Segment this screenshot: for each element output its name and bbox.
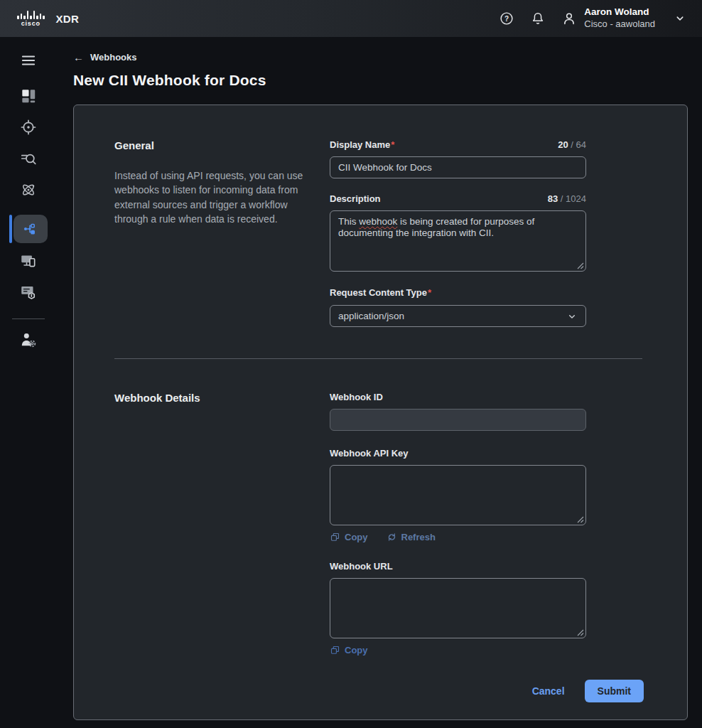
breadcrumb-label: Webhooks <box>90 52 137 63</box>
back-arrow-icon: ← <box>73 51 84 63</box>
admin-icon[interactable] <box>19 331 38 349</box>
investigate-icon[interactable] <box>19 149 38 168</box>
target-icon[interactable] <box>19 118 38 136</box>
content-type-select[interactable]: application/json <box>330 305 586 327</box>
general-heading: General <box>114 139 330 151</box>
cisco-logo-text: cisco <box>21 20 40 27</box>
user-avatar-icon <box>561 11 577 26</box>
general-description: Instead of using API requests, you can u… <box>114 168 330 226</box>
resize-handle-icon[interactable] <box>577 516 584 523</box>
product-name: XDR <box>56 13 80 25</box>
help-icon[interactable]: ? <box>499 11 514 26</box>
intelligence-icon[interactable] <box>19 181 38 199</box>
details-fields: Webhook ID Webhook API Key Copy <box>330 392 586 655</box>
webhook-id-label: Webhook ID <box>330 392 383 402</box>
sidebar-divider <box>12 318 45 319</box>
svg-text:?: ? <box>504 15 509 23</box>
required-asterisk: * <box>428 287 431 298</box>
description-counter: 83 / 1024 <box>548 193 586 204</box>
copy-icon <box>330 532 340 542</box>
content-type-label: Request Content Type* <box>330 287 431 298</box>
description-label: Description <box>330 193 381 204</box>
cisco-logo-bars <box>17 11 45 19</box>
webhook-form-card: General Instead of using API requests, y… <box>73 105 688 720</box>
form-footer: Cancel Submit <box>114 680 687 707</box>
user-menu[interactable]: Aaron Woland Cisco - aawoland <box>561 6 655 30</box>
devices-icon[interactable] <box>19 252 38 270</box>
display-name-input[interactable] <box>330 156 586 178</box>
copy-icon <box>330 645 340 655</box>
dashboard-icon[interactable] <box>19 87 38 105</box>
select-chevron-down-icon <box>566 311 578 322</box>
client-management-icon[interactable] <box>19 283 38 301</box>
url-copy-button[interactable]: Copy <box>330 645 368 655</box>
general-section-info: General Instead of using API requests, y… <box>114 139 330 327</box>
api-key-refresh-button[interactable]: Refresh <box>387 532 436 542</box>
general-fields: Display Name* 20 / 64 Description 83 / 1… <box>330 139 586 327</box>
menu-icon[interactable] <box>19 51 38 70</box>
display-name-counter: 20 / 64 <box>558 139 586 150</box>
webhook-api-key-label: Webhook API Key <box>330 448 409 459</box>
details-section-info: Webhook Details <box>114 392 330 655</box>
section-divider <box>114 358 642 359</box>
notifications-bell-icon[interactable] <box>530 11 546 26</box>
webhook-url-label: Webhook URL <box>330 561 393 572</box>
main-content: ← Webhooks New CII Webhook for Docs Gene… <box>57 37 702 728</box>
webhook-api-key-textarea[interactable] <box>330 465 586 525</box>
left-nav-sidebar <box>0 37 57 728</box>
api-key-copy-button[interactable]: Copy <box>330 532 368 542</box>
page-title: New CII Webhook for Docs <box>73 72 688 89</box>
cancel-button[interactable]: Cancel <box>532 685 565 697</box>
submit-button[interactable]: Submit <box>585 680 644 702</box>
content-type-value: application/json <box>338 311 404 321</box>
webhook-details-heading: Webhook Details <box>114 392 330 404</box>
refresh-icon <box>387 532 397 542</box>
webhook-id-input <box>330 409 586 431</box>
user-name: Aaron Woland <box>584 6 655 18</box>
display-name-label: Display Name* <box>330 139 394 150</box>
cisco-logo: cisco <box>17 11 45 27</box>
user-org: Cisco - aawoland <box>584 18 655 30</box>
automation-icon <box>22 220 39 237</box>
resize-handle-icon[interactable] <box>577 262 584 269</box>
top-header: cisco XDR ? Aaron Woland Cisco - aawolan… <box>0 0 702 37</box>
sidebar-item-automation-active[interactable] <box>9 215 48 243</box>
webhook-url-textarea[interactable] <box>330 578 586 638</box>
required-asterisk: * <box>391 139 394 150</box>
spellcheck-underline: webhook <box>359 216 397 227</box>
header-chevron-down-icon[interactable] <box>674 12 686 25</box>
active-indicator-bar <box>9 215 12 243</box>
resize-handle-icon[interactable] <box>577 629 584 636</box>
description-textarea[interactable]: This webhook is being created for purpos… <box>330 210 586 272</box>
breadcrumb-webhooks[interactable]: ← Webhooks <box>73 51 688 63</box>
